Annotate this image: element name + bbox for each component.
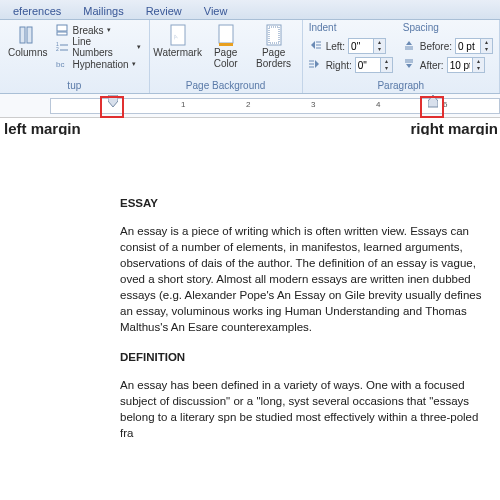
dropdown-icon: ▾ — [137, 43, 141, 51]
svg-rect-3 — [57, 32, 67, 35]
line-numbers-button[interactable]: 12 Line Numbers ▾ — [53, 39, 142, 55]
svg-text:2: 2 — [56, 46, 59, 52]
document-area[interactable]: ESSAY An essay is a piece of writing whi… — [0, 135, 500, 500]
columns-icon — [17, 24, 39, 46]
group-page-setup: Columns Breaks ▾ 12 Line Numbers ▾ bc Hy… — [0, 20, 150, 93]
right-margin-highlight — [420, 96, 444, 118]
watermark-icon: A — [167, 24, 189, 46]
spacing-after-input[interactable]: ▴▾ — [447, 57, 485, 73]
line-numbers-label: Line Numbers — [72, 36, 133, 58]
page-color-label: Page Color — [214, 47, 238, 69]
ribbon-tabs: eferences Mailings Review View — [0, 0, 500, 20]
indent-right-label: Right: — [326, 60, 352, 71]
indent-left-icon — [309, 39, 323, 53]
paragraph-2: An essay has been defined in a variety o… — [120, 377, 490, 441]
columns-button[interactable]: Columns — [6, 22, 49, 60]
tab-view[interactable]: View — [193, 1, 239, 19]
spin-down-icon[interactable]: ▾ — [374, 46, 385, 53]
indent-left-input[interactable]: ▴▾ — [348, 38, 386, 54]
indent-right-input[interactable]: ▴▾ — [355, 57, 393, 73]
svg-text:bc: bc — [56, 60, 64, 69]
heading-essay: ESSAY — [120, 195, 490, 211]
group-page-background: A Watermark Page Color Page Borders Page… — [150, 20, 303, 93]
columns-label: Columns — [8, 47, 47, 58]
svg-rect-0 — [20, 27, 25, 43]
page-borders-label: Page Borders — [256, 47, 291, 69]
spacing-after-icon — [403, 58, 417, 72]
spin-down-icon[interactable]: ▾ — [481, 46, 492, 53]
page-borders-button[interactable]: Page Borders — [252, 22, 296, 71]
document-body: ESSAY An essay is a piece of writing whi… — [120, 195, 490, 441]
spin-up-icon[interactable]: ▴ — [374, 39, 385, 46]
spacing-before-input[interactable]: ▴▾ — [455, 38, 493, 54]
dropdown-icon: ▾ — [107, 26, 111, 34]
tab-review[interactable]: Review — [135, 1, 193, 19]
group-label-paragraph: Paragraph — [309, 79, 493, 93]
spin-down-icon[interactable]: ▾ — [381, 65, 392, 72]
page-color-icon — [215, 24, 237, 46]
spin-up-icon[interactable]: ▴ — [473, 58, 484, 65]
spin-up-icon[interactable]: ▴ — [481, 39, 492, 46]
left-margin-highlight — [100, 96, 124, 118]
page-borders-icon — [263, 24, 285, 46]
hyphenation-label: Hyphenation — [72, 59, 128, 70]
watermark-label: Watermark — [153, 47, 202, 58]
spacing-header: Spacing — [403, 22, 493, 36]
indent-right-icon — [309, 58, 323, 72]
svg-rect-2 — [57, 25, 67, 31]
group-paragraph: Indent Left: ▴▾ Right: ▴▾ Spacing Before… — [303, 20, 500, 93]
breaks-icon — [55, 23, 69, 37]
watermark-button[interactable]: A Watermark — [156, 22, 200, 60]
tab-mailings[interactable]: Mailings — [72, 1, 134, 19]
heading-definition: DEFINITION — [120, 349, 490, 365]
line-numbers-icon: 12 — [55, 40, 69, 54]
svg-rect-12 — [219, 43, 233, 46]
paragraph-1: An essay is a piece of writing which is … — [120, 223, 490, 335]
ribbon: Columns Breaks ▾ 12 Line Numbers ▾ bc Hy… — [0, 20, 500, 94]
hyphenation-icon: bc — [55, 57, 69, 71]
dropdown-icon: ▾ — [132, 60, 136, 68]
hyphenation-button[interactable]: bc Hyphenation ▾ — [53, 56, 142, 72]
spin-down-icon[interactable]: ▾ — [473, 65, 484, 72]
indent-left-label: Left: — [326, 41, 345, 52]
group-label-pagebg: Page Background — [156, 79, 296, 93]
breaks-label: Breaks — [72, 25, 103, 36]
spacing-before-label: Before: — [420, 41, 452, 52]
svg-rect-1 — [27, 27, 32, 43]
indent-header: Indent — [309, 22, 393, 36]
spacing-after-label: After: — [420, 60, 444, 71]
spacing-before-icon — [403, 39, 417, 53]
spin-up-icon[interactable]: ▴ — [381, 58, 392, 65]
tab-references[interactable]: eferences — [2, 1, 72, 19]
ruler-area: 1 2 3 4 6 left margin right margin — [0, 94, 500, 118]
svg-rect-11 — [219, 25, 233, 43]
page-color-button[interactable]: Page Color — [204, 22, 248, 71]
group-label-setup: tup — [6, 79, 143, 93]
